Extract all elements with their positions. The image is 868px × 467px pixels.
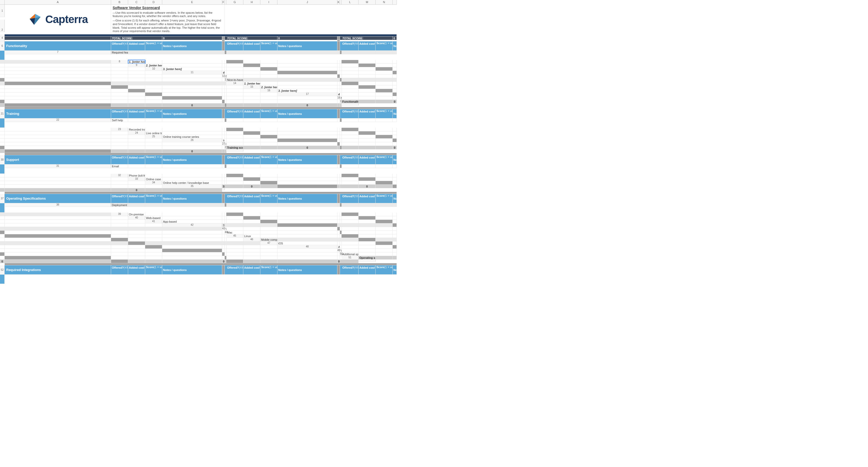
cell-r45-v1-c1[interactable] xyxy=(393,234,397,238)
cell-r13-v2-c3[interactable] xyxy=(222,82,225,85)
cell-r46-v0-c1[interactable] xyxy=(337,238,340,241)
cell-r25-v0-c2[interactable] xyxy=(226,135,243,139)
cell-r32-v0-c1[interactable] xyxy=(162,174,222,177)
rownum-1[interactable]: 1 xyxy=(0,5,5,17)
cell-r34-v2-c3[interactable] xyxy=(128,185,145,188)
cell-r13-v1-c2[interactable] xyxy=(393,78,397,82)
cell-r34-v0-c0[interactable] xyxy=(222,181,225,185)
cell-r7-v0-c1[interactable] xyxy=(145,51,162,54)
cell-r47-v2-c3[interactable] xyxy=(243,245,260,249)
cell-r24-v1-c0[interactable] xyxy=(277,132,337,135)
col-I[interactable]: I xyxy=(260,0,277,5)
cell-r45-v0-c2[interactable] xyxy=(337,234,340,238)
cell-r24-v1-c1[interactable] xyxy=(337,132,340,135)
rownum-47[interactable]: 47 xyxy=(260,241,277,245)
cell-r50-v0-c2[interactable] xyxy=(393,252,397,256)
rownum-43[interactable]: 43 xyxy=(222,227,225,231)
cell-r8-v1-c0[interactable] xyxy=(260,60,277,64)
cell-r22-v1-c3[interactable] xyxy=(337,118,340,122)
cell-r47-v1-c2[interactable] xyxy=(111,245,128,249)
col-D[interactable]: D xyxy=(145,0,162,5)
cell-r25-v1-c3[interactable] xyxy=(359,135,376,139)
cell-r33-v0-c1[interactable] xyxy=(222,177,225,181)
cell-r16-v2-c3[interactable] xyxy=(243,93,260,96)
cell-r38-v1-c2[interactable] xyxy=(277,203,337,207)
cell-r18-v1-c2[interactable] xyxy=(145,100,162,104)
cell-r24-v1-c3[interactable] xyxy=(342,132,359,135)
rownum-26[interactable]: 26 xyxy=(162,139,222,142)
cell-r16-v2-c0[interactable] xyxy=(222,93,225,96)
cell-r22-v1-c1[interactable] xyxy=(260,118,277,122)
cell-r17-v1-c2[interactable] xyxy=(128,96,145,100)
cell-r26-v0-c3[interactable] xyxy=(260,139,277,142)
cell-r47-v1-c0[interactable] xyxy=(0,245,5,249)
cell-r41-v0-c3[interactable] xyxy=(243,220,260,224)
cell-r13-v0-c3[interactable] xyxy=(337,78,340,82)
cell-r26-v2-c0[interactable] xyxy=(5,142,111,146)
cell-r41-v1-c0[interactable] xyxy=(337,220,340,224)
cell-r11-v1-c3[interactable] xyxy=(376,71,393,75)
cell-r15-v2-c1[interactable] xyxy=(222,89,225,93)
cell-r44-v1-c0[interactable] xyxy=(359,231,376,234)
cell-r23-v2-c0[interactable] xyxy=(376,128,393,132)
cell-r23-v2-c2[interactable] xyxy=(0,132,5,135)
cell-r16-v1-c1[interactable] xyxy=(5,93,111,96)
cell-r49-v0-c3[interactable] xyxy=(393,249,397,252)
cell-A23[interactable]: Recorded training xyxy=(128,128,145,132)
cell-r40-v1-c3[interactable] xyxy=(342,216,359,220)
cell-r46-v1-c0[interactable] xyxy=(393,238,397,241)
cell-r7-v2-c3[interactable] xyxy=(0,60,5,64)
cell-r16-v2-c2[interactable] xyxy=(226,93,243,96)
cell-r8-v1-c1[interactable] xyxy=(277,60,337,64)
rownum-17[interactable]: 17 xyxy=(277,93,337,96)
cell-A17[interactable]: 4. [enter here] xyxy=(337,93,340,96)
cell-r13-v2-c2[interactable] xyxy=(162,82,222,85)
cell-r25-v1-c0[interactable] xyxy=(337,135,340,139)
cell-r33-v2-c1[interactable] xyxy=(0,181,5,185)
cell-r43-v1-c1[interactable] xyxy=(359,227,376,231)
cell-r22-v2-c1[interactable] xyxy=(376,118,393,122)
cell-r16-v0-c3[interactable] xyxy=(359,89,376,93)
cell-r48-v2-c2[interactable] xyxy=(243,249,260,252)
cell-r11-v2-c1[interactable] xyxy=(111,75,128,78)
rownum-15[interactable]: 15 xyxy=(243,85,260,89)
rownum-32[interactable]: 32 xyxy=(111,174,128,177)
cell-r14-v0-c2[interactable] xyxy=(337,82,340,85)
cell-r23-v1-c1[interactable] xyxy=(277,128,337,132)
rownum-39[interactable]: 39 xyxy=(111,212,128,216)
cell-r49-v2-c3[interactable] xyxy=(277,252,337,256)
cell-r39-v1-c0[interactable] xyxy=(260,212,277,216)
cell-A47[interactable]: iOS xyxy=(277,241,337,245)
cell-r46-v2-c3[interactable] xyxy=(226,241,243,245)
col-F[interactable]: F xyxy=(222,0,225,5)
cell-r8-v2-c1[interactable] xyxy=(393,60,397,64)
cell-r15-v1-c3[interactable] xyxy=(111,89,128,93)
cell-r32-v1-c0[interactable] xyxy=(260,174,277,177)
cell-r9-v1-c3[interactable] xyxy=(342,64,359,67)
cell-r10-v0-c3[interactable] xyxy=(243,67,260,71)
cell-r24-v2-c2[interactable] xyxy=(5,135,111,139)
cell-A11[interactable]: 4. [enter here] xyxy=(222,71,225,75)
cell-r15-v0-c1[interactable] xyxy=(337,85,340,89)
cell-r44-v1-c2[interactable] xyxy=(393,231,397,234)
cell-r50-v0-c3[interactable] xyxy=(0,256,5,260)
cell-r40-v0-c0[interactable] xyxy=(162,216,222,220)
cell-r24-v0-c1[interactable] xyxy=(222,132,225,135)
cell-r41-v1-c2[interactable] xyxy=(342,220,359,224)
cell-A41[interactable]: App-based xyxy=(162,220,222,224)
cell-A10[interactable]: 3. [enter here] xyxy=(162,67,222,71)
rownum-24[interactable]: 24 xyxy=(128,132,145,135)
cell-r41-v0-c0[interactable] xyxy=(222,220,225,224)
cell-r9-v0-c1[interactable] xyxy=(222,64,225,67)
cell-r31-v1-c1[interactable] xyxy=(260,165,277,168)
cell-r49-v1-c1[interactable] xyxy=(128,252,145,256)
cell-r13-v2-c1[interactable] xyxy=(145,82,162,85)
cell-r27-v2-c2[interactable] xyxy=(145,146,162,149)
cell-r9-v2-c3[interactable] xyxy=(111,67,128,71)
cell-r18-v2-c2[interactable] xyxy=(260,100,277,104)
cell-r9-v2-c1[interactable] xyxy=(0,67,5,71)
cell-r43-v0-c1[interactable] xyxy=(243,227,260,231)
cell-r42-v2-c1[interactable] xyxy=(111,227,128,231)
rownum-37[interactable]: 37 xyxy=(0,194,5,203)
cell-A24[interactable]: Live online training session xyxy=(145,132,162,135)
